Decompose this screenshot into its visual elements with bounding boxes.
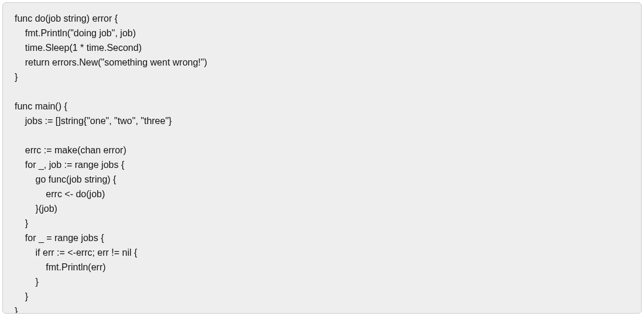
code-block: func do(job string) error { fmt.Println(…	[2, 2, 642, 314]
